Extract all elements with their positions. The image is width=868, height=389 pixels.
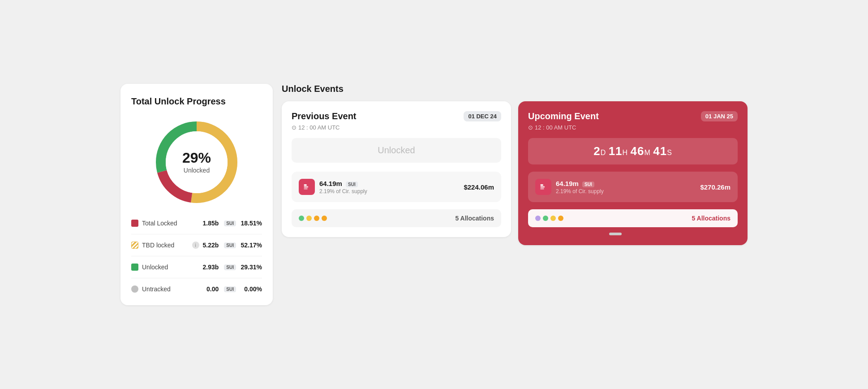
donut-container: 29% Unlocked xyxy=(131,117,262,207)
svg-rect-7 xyxy=(304,188,307,190)
progress-card-title: Total Unlock Progress xyxy=(131,96,262,107)
unlocked-pct: 29.31% xyxy=(240,264,262,271)
days-unit: D xyxy=(601,149,609,156)
previous-token-icon xyxy=(299,179,315,195)
tbd-label: TBD locked xyxy=(142,242,189,249)
main-container: Total Unlock Progress 29% xyxy=(120,84,748,305)
clock-icon-upcoming: ⊙ xyxy=(528,124,533,131)
previous-token-row: 64.19m SUI 2.19% of Cir. supply $224.06m xyxy=(299,179,494,195)
previous-event-time: ⊙ 12 : 00 AM UTC xyxy=(292,124,501,131)
donut-label: Unlocked xyxy=(182,167,211,174)
upcoming-event-header: Upcoming Event 01 JAN 25 xyxy=(528,111,738,121)
donut-center: 29% Unlocked xyxy=(182,150,211,174)
previous-allocations-label: 5 Allocations xyxy=(455,215,494,222)
upcoming-event-name: Upcoming Event xyxy=(528,111,599,121)
untracked-icon xyxy=(131,285,138,293)
previous-event-card: Previous Event 01 DEC 24 ⊙ 12 : 00 AM UT… xyxy=(282,101,511,237)
upcoming-token-badge: SUI xyxy=(582,182,594,187)
pag-dot-4[interactable] xyxy=(648,233,657,235)
countdown-display: 2D 11H 46M 41S xyxy=(536,144,730,158)
locked-value: 1.85b xyxy=(203,220,219,227)
previous-event-status: Unlocked xyxy=(378,145,415,155)
upcoming-token-section: 64.19m SUI 2.19% of Cir. supply $270.26m xyxy=(528,172,738,202)
previous-token-amount: 64.19m SUI xyxy=(319,180,459,187)
pag-dot-3[interactable] xyxy=(636,233,645,235)
tbd-pct: 52.17% xyxy=(240,242,262,249)
previous-token-usd: $224.06m xyxy=(464,183,494,191)
events-cards: Previous Event 01 DEC 24 ⊙ 12 : 00 AM UT… xyxy=(282,101,748,245)
pagination xyxy=(528,233,738,235)
upcoming-token-info: 64.19m SUI 2.19% of Cir. supply xyxy=(556,180,696,194)
previous-token-supply: 2.19% of Cir. supply xyxy=(319,188,459,194)
upcoming-token-amount: 64.19m SUI xyxy=(556,180,696,187)
sui-logo-upcoming xyxy=(539,182,548,191)
countdown-box: 2D 11H 46M 41S xyxy=(528,138,738,164)
untracked-label: Untracked xyxy=(142,285,203,293)
untracked-pct: 0.00% xyxy=(240,285,262,293)
legend: Total Locked 1.85b SUI 18.51% TBD locked… xyxy=(131,220,262,293)
legend-row-unlocked: Unlocked 2.93b SUI 29.31% xyxy=(131,264,262,271)
svg-rect-6 xyxy=(304,186,308,187)
upcoming-token-icon xyxy=(535,179,551,195)
sui-logo-prev xyxy=(302,182,311,191)
untracked-value: 0.00 xyxy=(206,285,219,293)
donut-percentage: 29% xyxy=(182,150,211,166)
legend-row-untracked: Untracked 0.00 SUI 0.00% xyxy=(131,285,262,293)
upcoming-alloc-dots xyxy=(535,216,563,221)
svg-rect-10 xyxy=(540,188,544,190)
countdown-seconds: 41 xyxy=(653,144,667,158)
previous-token-section: 64.19m SUI 2.19% of Cir. supply $224.06m xyxy=(292,172,501,202)
upcoming-event-card: Upcoming Event 01 JAN 25 ⊙ 12 : 00 AM UT… xyxy=(518,101,748,245)
unlocked-icon xyxy=(131,264,138,271)
alloc-dot-2 xyxy=(306,216,312,221)
countdown-hours: 11 xyxy=(609,144,623,158)
svg-rect-9 xyxy=(540,186,545,187)
progress-card: Total Unlock Progress 29% xyxy=(120,84,273,305)
svg-rect-8 xyxy=(540,184,543,186)
previous-event-status-box: Unlocked xyxy=(292,138,501,163)
upcoming-alloc-dot-2 xyxy=(543,216,548,221)
pag-dot-1[interactable] xyxy=(609,233,622,235)
svg-rect-5 xyxy=(304,184,307,186)
clock-icon-prev: ⊙ xyxy=(292,124,296,131)
previous-token-info: 64.19m SUI 2.19% of Cir. supply xyxy=(319,180,459,194)
untracked-sui-badge: SUI xyxy=(224,286,236,292)
locked-icon xyxy=(131,220,138,227)
upcoming-token-supply: 2.19% of Cir. supply xyxy=(556,188,696,194)
previous-alloc-dots xyxy=(299,216,327,221)
previous-token-badge: SUI xyxy=(346,182,358,187)
info-icon[interactable]: i xyxy=(192,242,199,249)
upcoming-alloc-dot-4 xyxy=(558,216,563,221)
upcoming-alloc-dot-3 xyxy=(550,216,556,221)
legend-row-tbd: TBD locked i 5.22b SUI 52.17% xyxy=(131,242,262,249)
upcoming-event-time: ⊙ 12 : 00 AM UTC xyxy=(528,124,738,131)
unlocked-value: 2.93b xyxy=(203,264,219,271)
previous-event-header: Previous Event 01 DEC 24 xyxy=(292,111,501,121)
upcoming-token-usd: $270.26m xyxy=(700,183,730,191)
upcoming-event-date: 01 JAN 25 xyxy=(701,111,738,121)
previous-event-name: Previous Event xyxy=(292,111,357,121)
tbd-sui-badge: SUI xyxy=(224,242,236,248)
countdown-minutes: 46 xyxy=(631,144,645,158)
hours-unit: H xyxy=(623,149,631,156)
pag-dot-2[interactable] xyxy=(624,233,633,235)
countdown-days: 2 xyxy=(593,144,600,158)
alloc-dot-4 xyxy=(322,216,327,221)
events-section: Unlock Events Previous Event 01 DEC 24 ⊙… xyxy=(282,84,748,245)
previous-allocations-row[interactable]: 5 Allocations xyxy=(292,209,501,227)
alloc-dot-1 xyxy=(299,216,304,221)
locked-pct: 18.51% xyxy=(240,220,262,227)
unlocked-label: Unlocked xyxy=(142,264,199,271)
upcoming-alloc-dot-1 xyxy=(535,216,541,221)
unlocked-sui-badge: SUI xyxy=(224,264,236,270)
legend-row-locked: Total Locked 1.85b SUI 18.51% xyxy=(131,220,262,227)
tbd-value: 5.22b xyxy=(203,242,219,249)
seconds-unit: S xyxy=(667,149,672,156)
donut-chart: 29% Unlocked xyxy=(152,117,241,207)
minutes-unit: M xyxy=(644,149,653,156)
locked-label: Total Locked xyxy=(142,220,199,227)
upcoming-allocations-row[interactable]: 5 Allocations xyxy=(528,209,738,227)
previous-event-date: 01 DEC 24 xyxy=(464,111,501,121)
upcoming-token-row: 64.19m SUI 2.19% of Cir. supply $270.26m xyxy=(535,179,730,195)
tbd-icon xyxy=(131,242,138,249)
